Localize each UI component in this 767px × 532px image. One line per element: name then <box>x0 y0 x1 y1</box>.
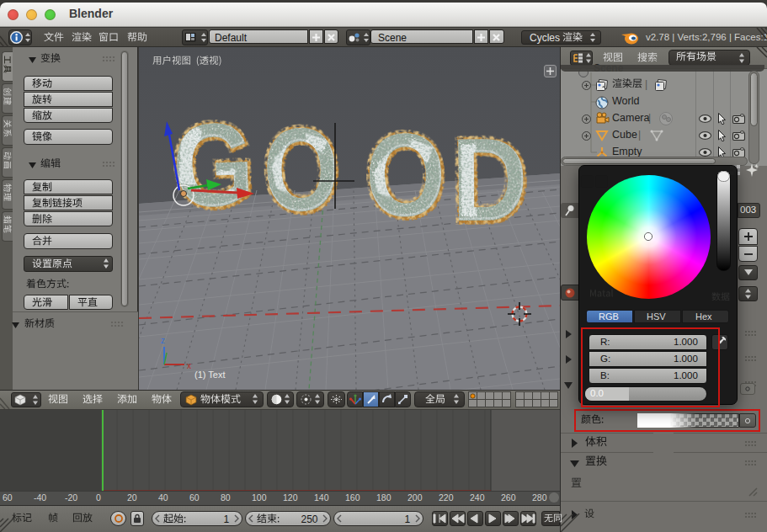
svg-text:x: x <box>187 361 191 370</box>
svg-text:G: G <box>171 98 256 232</box>
svg-text:z: z <box>161 336 165 345</box>
svg-text:O: O <box>262 103 341 237</box>
svg-text:O: O <box>365 108 447 242</box>
svg-text:D: D <box>451 113 528 246</box>
